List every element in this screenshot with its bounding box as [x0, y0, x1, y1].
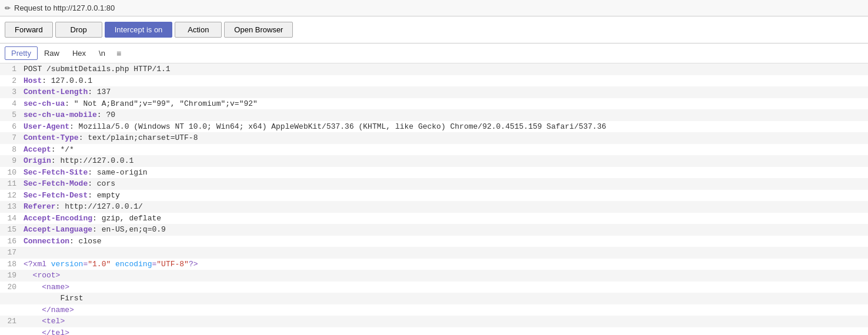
line-number: 6	[2, 121, 16, 133]
table-row: 2Host: 127.0.0.1	[0, 75, 868, 87]
line-content: <name>	[24, 282, 69, 293]
table-row: 1POST /submitDetails.php HTTP/1.1	[0, 63, 868, 75]
table-row: </name>	[0, 304, 868, 316]
line-content: Host: 127.0.0.1	[24, 75, 92, 87]
table-row: 7Content-Type: text/plain;charset=UTF-8	[0, 132, 868, 144]
line-content: Content-Type: text/plain;charset=UTF-8	[24, 132, 198, 144]
line-number: 12	[2, 190, 16, 202]
table-row: 21 <tel>	[0, 316, 868, 327]
format-tab-newline[interactable]: \n	[92, 46, 112, 60]
line-content: Content-Length: 137	[24, 86, 111, 98]
line-number: 3	[2, 86, 16, 98]
line-number: 9	[2, 155, 16, 167]
line-content: <tel>	[24, 316, 65, 327]
line-number: 19	[2, 270, 16, 282]
line-number: 16	[2, 236, 16, 247]
table-row: 4sec-ch-ua: " Not A;Brand";v="99", "Chro…	[0, 98, 868, 110]
line-number: 21	[2, 316, 16, 327]
table-row: </tel>	[0, 327, 868, 336]
edit-icon: ✏	[5, 4, 11, 12]
line-number: 14	[2, 213, 16, 225]
table-row: 17	[0, 247, 868, 259]
line-number: 7	[2, 132, 16, 144]
format-tab-hex[interactable]: Hex	[66, 46, 92, 60]
table-row: 14Accept-Encoding: gzip, deflate	[0, 213, 868, 225]
line-content: Sec-Fetch-Site: same-origin	[24, 167, 148, 179]
line-number: 1	[2, 63, 16, 75]
page-title: Request to http://127.0.0.1:80	[14, 4, 115, 12]
toolbar: ForwardDropIntercept is onActionOpen Bro…	[0, 16, 868, 43]
drop-button[interactable]: Drop	[55, 22, 102, 38]
table-row: 16Connection: close	[0, 236, 868, 247]
table-row: 15Accept-Language: en-US,en;q=0.9	[0, 224, 868, 236]
open-browser-button[interactable]: Open Browser	[224, 22, 293, 38]
line-number: 15	[2, 224, 16, 236]
line-content: Sec-Fetch-Mode: cors	[24, 178, 115, 190]
content-area: 1POST /submitDetails.php HTTP/1.12Host: …	[0, 63, 868, 335]
forward-button[interactable]: Forward	[5, 22, 53, 38]
line-content: sec-ch-ua-mobile: ?0	[24, 109, 115, 121]
line-number: 18	[2, 259, 16, 270]
table-row: 19 <root>	[0, 270, 868, 282]
table-row: 8Accept: */*	[0, 144, 868, 156]
table-row: 5sec-ch-ua-mobile: ?0	[0, 109, 868, 121]
line-number: 5	[2, 109, 16, 121]
line-content: Accept: */*	[24, 144, 74, 156]
line-content: sec-ch-ua: " Not A;Brand";v="99", "Chrom…	[24, 98, 258, 110]
table-row: 9Origin: http://127.0.0.1	[0, 155, 868, 167]
table-row: 20 <name>	[0, 282, 868, 293]
line-content	[24, 247, 28, 259]
line-content: User-Agent: Mozilla/5.0 (Windows NT 10.0…	[24, 121, 606, 133]
line-number: 13	[2, 201, 16, 213]
line-content: <root>	[24, 270, 60, 282]
line-content: Accept-Encoding: gzip, deflate	[24, 213, 161, 225]
table-row: 10Sec-Fetch-Site: same-origin	[0, 167, 868, 179]
line-content: Sec-Fetch-Dest: empty	[24, 190, 120, 202]
table-row: First	[0, 293, 868, 304]
line-content: Origin: http://127.0.0.1	[24, 155, 133, 167]
format-tab-pretty[interactable]: Pretty	[5, 46, 38, 60]
table-row: 11Sec-Fetch-Mode: cors	[0, 178, 868, 190]
line-number: 17	[2, 247, 16, 259]
table-row: 13Referer: http://127.0.0.1/	[0, 201, 868, 213]
line-number: 20	[2, 282, 16, 293]
line-content: Connection: close	[24, 236, 102, 247]
intercept-button[interactable]: Intercept is on	[105, 22, 173, 38]
table-row: 12Sec-Fetch-Dest: empty	[0, 190, 868, 202]
format-menu-icon[interactable]: ≡	[114, 48, 123, 59]
title-bar: ✏ Request to http://127.0.0.1:80	[0, 0, 868, 16]
line-number: 11	[2, 178, 16, 190]
line-number: 4	[2, 98, 16, 110]
action-button[interactable]: Action	[175, 22, 222, 38]
table-row: 18<?xml version="1.0" encoding="UTF-8"?>	[0, 259, 868, 270]
line-content: POST /submitDetails.php HTTP/1.1	[24, 63, 171, 75]
line-number: 10	[2, 167, 16, 179]
line-content: Accept-Language: en-US,en;q=0.9	[24, 224, 166, 236]
line-content: <?xml version="1.0" encoding="UTF-8"?>	[24, 259, 198, 270]
format-tabs: PrettyRawHex\n≡	[0, 43, 868, 63]
line-content: Referer: http://127.0.0.1/	[24, 201, 143, 213]
line-number: 2	[2, 75, 16, 87]
line-number: 8	[2, 144, 16, 156]
table-row: 3Content-Length: 137	[0, 86, 868, 98]
format-tab-raw[interactable]: Raw	[38, 46, 66, 60]
table-row: 6User-Agent: Mozilla/5.0 (Windows NT 10.…	[0, 121, 868, 133]
